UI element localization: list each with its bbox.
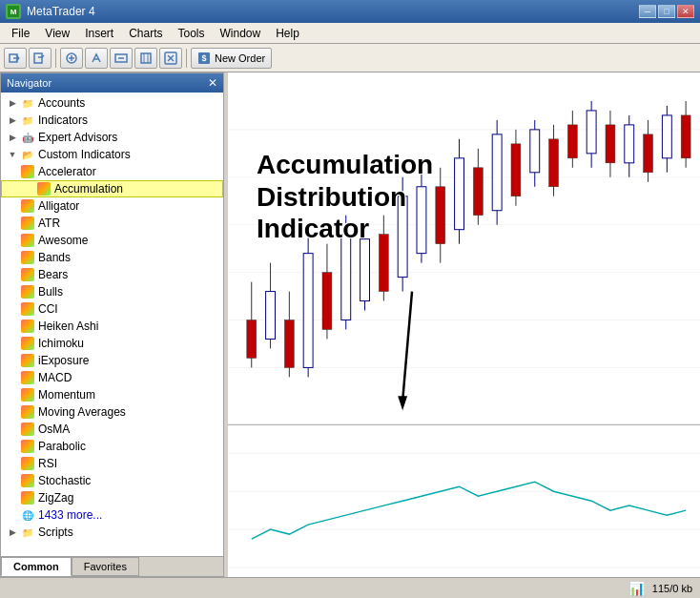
tab-favorites[interactable]: Favorites [72,557,139,576]
indicator-icon-iexposure [20,353,35,368]
svg-text:$: $ [201,53,206,63]
indicator-icon-atr [20,216,35,231]
minimize-button[interactable]: ─ [639,5,656,18]
svg-rect-76 [644,134,653,173]
globe-icon: 🌐 [20,507,35,523]
nav-item-zigzag[interactable]: ZigZag [1,489,223,506]
menu-insert[interactable]: Insert [77,25,121,42]
nav-item-scripts[interactable]: ▶ 📁 Scripts [1,524,223,541]
svg-rect-60 [492,134,502,211]
nav-item-indicators[interactable]: ▶ 📁 Indicators [1,112,223,129]
menu-help[interactable]: Help [268,25,307,42]
navigator-panel: Navigator ✕ ▶ 📁 Accounts ▶ 📁 Indicators [0,72,224,577]
svg-rect-78 [662,115,671,158]
toolbar-sep-2 [186,49,187,68]
nav-item-macd[interactable]: MACD [1,369,223,386]
nav-label-awesome: Awesome [38,234,88,247]
tab-common[interactable]: Common [1,557,72,576]
toolbar-btn-4[interactable] [85,48,108,69]
nav-item-heiken-ashi[interactable]: Heiken Ashi [1,318,223,335]
nav-label-ea: Expert Advisors [38,131,117,144]
svg-rect-34 [247,320,257,359]
nav-item-more[interactable]: 🌐 1433 more... [1,506,223,524]
app-title: MetaTrader 4 [27,5,95,18]
nav-item-iexposure[interactable]: iExposure [1,352,223,369]
title-bar-left: M MetaTrader 4 [6,4,95,19]
nav-item-ichimoku[interactable]: Ichimoku [1,335,223,352]
expand-scripts: ▶ [5,525,20,540]
indicator-icon-rsi [20,456,35,471]
nav-label-bears: Bears [38,268,68,281]
maximize-button[interactable]: □ [658,5,675,18]
nav-label-heiken-ashi: Heiken Ashi [38,320,98,333]
svg-rect-42 [322,273,332,330]
indicator-icon-bears [20,267,35,282]
nav-label-bands: Bands [38,251,71,264]
svg-rect-40 [303,254,313,368]
toolbar-btn-1[interactable] [4,48,27,69]
nav-label-momentum: Momentum [38,388,95,402]
nav-item-alligator[interactable]: Alligator [1,197,223,215]
nav-label-iexposure: iExposure [38,354,89,367]
app-icon: M [6,4,21,19]
nav-item-awesome[interactable]: Awesome [1,232,223,249]
indicator-icon-zigzag [20,490,35,505]
svg-rect-44 [341,235,351,320]
indicator-icon-stochastic [20,473,35,488]
navigator-close-button[interactable]: ✕ [208,76,217,90]
menu-tools[interactable]: Tools [171,25,213,42]
svg-rect-6 [34,53,42,63]
nav-label-alligator: Alligator [38,199,79,213]
annotation-line3: Indicator [257,213,433,245]
nav-item-cci[interactable]: CCI [1,300,223,318]
nav-item-rsi[interactable]: RSI [1,455,223,472]
indicator-icon-parabolic [20,439,35,454]
nav-item-accounts[interactable]: ▶ 📁 Accounts [1,94,223,112]
menu-file[interactable]: File [4,25,37,42]
svg-rect-56 [455,158,464,230]
nav-item-bears[interactable]: Bears [1,266,223,283]
indicator-icon-osma [20,422,35,437]
nav-item-atr[interactable]: ATR [1,215,223,232]
nav-item-custom-indicators[interactable]: ▼ 📂 Custom Indicators [1,146,223,163]
nav-label-cci: CCI [38,302,58,316]
nav-label-scripts: Scripts [38,526,73,539]
menu-view[interactable]: View [37,25,77,42]
nav-item-parabolic[interactable]: Parabolic [1,438,223,455]
navigator-content[interactable]: ▶ 📁 Accounts ▶ 📁 Indicators ▶ 🤖 Expert A… [1,93,223,556]
annotation-line1: Accumulation [257,149,433,181]
navigator-title: Navigator [7,77,51,89]
toolbar-btn-3[interactable] [60,48,83,69]
indicator-icon-bands [20,250,35,265]
svg-rect-46 [360,239,370,301]
menu-charts[interactable]: Charts [121,25,170,42]
nav-item-bands[interactable]: Bands [1,249,223,266]
close-button[interactable]: ✕ [677,5,694,18]
menu-window[interactable]: Window [213,25,269,42]
indicator-icon-accumulation [36,181,51,196]
svg-text:M: M [10,8,17,16]
indicator-icon-accelerator [20,164,35,179]
nav-item-momentum[interactable]: Momentum [1,386,223,403]
navigator-tabs: Common Favorites [1,556,223,576]
nav-item-expert-advisors[interactable]: ▶ 🤖 Expert Advisors [1,129,223,146]
folder-icon-indicators: 📁 [20,113,35,128]
toolbar-btn-5[interactable] [110,48,133,69]
nav-item-accelerator[interactable]: Accelerator [1,163,223,180]
svg-rect-80 [681,115,690,158]
nav-item-osma[interactable]: OsMA [1,421,223,438]
new-order-button[interactable]: $ New Order [191,48,272,69]
nav-item-moving-averages[interactable]: Moving Averages [1,403,223,421]
nav-label-custom-indicators: Custom Indicators [38,148,131,161]
nav-item-bulls[interactable]: Bulls [1,283,223,300]
svg-rect-72 [606,125,615,163]
toolbar-btn-7[interactable] [159,48,182,69]
nav-item-accumulation[interactable]: Accumulation [1,180,223,197]
nav-item-stochastic[interactable]: Stochastic [1,472,223,489]
toolbar-btn-6[interactable] [134,48,157,69]
chart-area: Accumulation Distribution Indicator [228,72,700,577]
nav-label-more: 1433 more... [38,508,102,522]
status-bar-memory: 115/0 kb [652,583,692,594]
svg-rect-66 [549,139,559,187]
toolbar-btn-2[interactable] [29,48,51,69]
